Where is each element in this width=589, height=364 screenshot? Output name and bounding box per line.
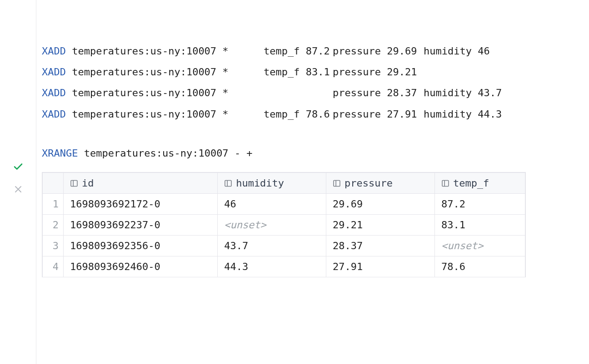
pressure-field: pressure 29.21 (333, 62, 424, 83)
xrange-keyword: XRANGE (42, 143, 78, 164)
stream-key: temperatures:us-ny:10007 * (66, 83, 264, 103)
column-icon (441, 179, 449, 187)
cell-temp_f[interactable]: 87.2 (434, 193, 525, 214)
column-label: pressure (344, 177, 393, 189)
cell-pressure[interactable]: 28.37 (326, 235, 435, 256)
xadd-line[interactable]: XADD temperatures:us-ny:10007 * temp_f 8… (42, 41, 584, 62)
stream-key: temperatures:us-ny:10007 * (66, 62, 264, 83)
column-icon (70, 179, 78, 187)
svg-rect-0 (71, 180, 77, 186)
row-number: 4 (43, 256, 64, 277)
svg-rect-6 (442, 180, 449, 186)
xadd-keyword: XADD (42, 41, 66, 62)
xadd-keyword: XADD (42, 104, 66, 125)
column-label: humidity (236, 177, 284, 189)
column-header-humidity[interactable]: humidity (218, 172, 326, 193)
temp-field: temp_f 78.6 (264, 104, 333, 125)
table-row[interactable]: 21698093692237-0<unset>29.2183.1 (43, 214, 525, 235)
cell-humidity[interactable]: 44.3 (218, 256, 326, 277)
main-panel: XADD temperatures:us-ny:10007 * temp_f 8… (36, 0, 589, 364)
cell-id[interactable]: 1698093692172-0 (64, 193, 218, 214)
column-icon (224, 179, 232, 187)
result-table[interactable]: idhumiditypressuretemp_f 11698093692172-… (42, 172, 525, 277)
cell-temp_f[interactable]: 83.1 (434, 214, 525, 235)
column-header-temp_f[interactable]: temp_f (434, 172, 525, 193)
stream-key: temperatures:us-ny:10007 * (66, 104, 264, 125)
temp-field (264, 83, 333, 103)
table-row[interactable]: 31698093692356-043.728.37<unset> (43, 235, 525, 256)
stream-key: temperatures:us-ny:10007 * (66, 41, 264, 62)
xrange-tail: - + (235, 143, 253, 164)
success-check-icon (0, 161, 36, 172)
xadd-line[interactable]: XADD temperatures:us-ny:10007 * temp_f 7… (42, 104, 584, 125)
column-label: temp_f (453, 177, 489, 189)
row-number-header (43, 172, 64, 193)
humidity-field: humidity 44.3 (424, 104, 502, 125)
table-row[interactable]: 41698093692460-044.327.9178.6 (43, 256, 525, 277)
row-number: 1 (43, 193, 64, 214)
column-label: id (82, 177, 94, 189)
xadd-keyword: XADD (42, 83, 66, 103)
svg-rect-2 (225, 180, 231, 186)
cell-temp_f[interactable]: 78.6 (434, 256, 525, 277)
humidity-field: humidity 46 (424, 41, 490, 62)
cell-temp_f[interactable]: <unset> (434, 235, 525, 256)
result-table-wrap: idhumiditypressuretemp_f 11698093692172-… (42, 172, 526, 277)
cell-pressure[interactable]: 29.69 (326, 193, 435, 214)
xadd-block[interactable]: XADD temperatures:us-ny:10007 * temp_f 8… (42, 41, 584, 125)
cell-humidity[interactable]: 46 (218, 193, 326, 214)
xrange-line[interactable]: XRANGE temperatures:us-ny:10007 - + (42, 143, 584, 164)
xadd-keyword: XADD (42, 62, 66, 83)
pressure-field: pressure 29.69 (333, 41, 424, 62)
column-header-id[interactable]: id (64, 172, 218, 193)
column-icon (333, 179, 341, 187)
xadd-line[interactable]: XADD temperatures:us-ny:10007 * pressure… (42, 83, 584, 103)
cell-id[interactable]: 1698093692460-0 (64, 256, 218, 277)
temp-field: temp_f 83.1 (264, 62, 333, 83)
pressure-field: pressure 28.37 (333, 83, 424, 103)
cell-pressure[interactable]: 29.21 (326, 214, 435, 235)
row-number: 2 (43, 214, 64, 235)
cell-humidity[interactable]: 43.7 (218, 235, 326, 256)
cell-pressure[interactable]: 27.91 (326, 256, 435, 277)
row-number: 3 (43, 235, 64, 256)
column-header-pressure[interactable]: pressure (326, 172, 435, 193)
cell-humidity[interactable]: <unset> (218, 214, 326, 235)
xrange-key: temperatures:us-ny:10007 (84, 143, 229, 164)
cell-id[interactable]: 1698093692356-0 (64, 235, 218, 256)
close-icon[interactable] (0, 185, 36, 194)
gutter (0, 0, 36, 364)
xadd-line[interactable]: XADD temperatures:us-ny:10007 * temp_f 8… (42, 62, 584, 83)
pressure-field: pressure 27.91 (333, 104, 424, 125)
svg-rect-4 (334, 180, 340, 186)
humidity-field: humidity 43.7 (424, 83, 502, 103)
table-row[interactable]: 11698093692172-04629.6987.2 (43, 193, 525, 214)
temp-field: temp_f 87.2 (264, 41, 333, 62)
cell-id[interactable]: 1698093692237-0 (64, 214, 218, 235)
